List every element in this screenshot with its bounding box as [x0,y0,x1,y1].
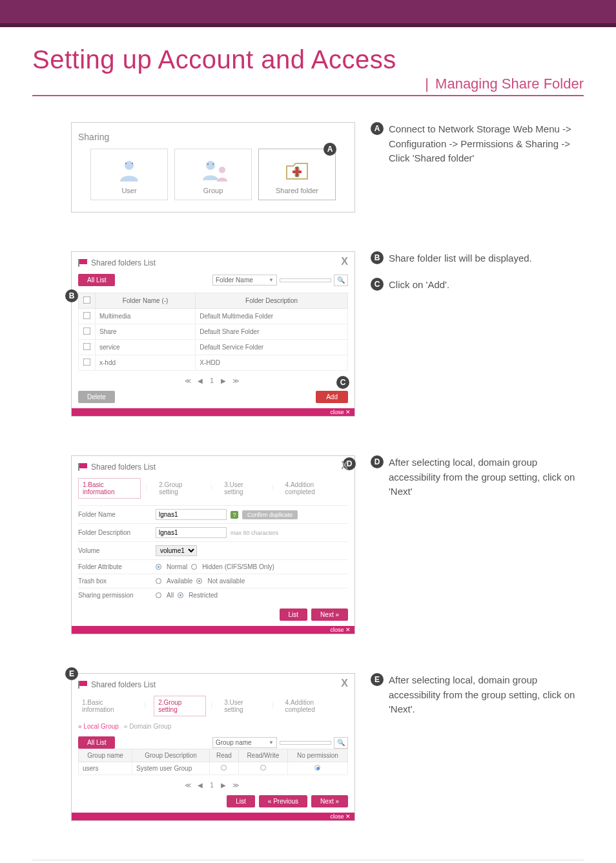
svg-rect-12 [78,463,87,468]
pager[interactable]: ≪ ◀ 1 ▶ ≫ [78,782,348,789]
attr-normal-radio[interactable] [156,564,161,570]
search-button[interactable]: 🔍 [334,737,348,749]
chevron-down-icon: ▼ [269,277,274,283]
svg-rect-8 [293,171,302,173]
search-field-select[interactable]: Folder Name▼ [212,275,277,286]
callout-badge-e: E [65,667,78,680]
wizard-steps: 1.Basic information〉 2.Group setting〉 3.… [78,696,348,716]
local-group-tab[interactable]: » Local Group [78,723,119,730]
callout-a-icon: A [371,122,384,135]
pager[interactable]: ≪ ◀ 1 ▶ ≫ [78,377,348,384]
add-button[interactable]: Add [316,391,348,403]
callout-d-icon: D [371,455,384,468]
svg-point-2 [132,163,133,164]
step-1[interactable]: 1.Basic information [78,478,141,499]
svg-point-3 [206,161,215,170]
svg-rect-11 [78,259,79,267]
list-button[interactable]: List [227,795,255,807]
search-field-select[interactable]: Group name▼ [212,737,277,748]
callout-badge-c: C [336,376,349,389]
close-icon[interactable]: X [341,256,348,267]
next-button[interactable]: Next » [311,795,348,807]
svg-point-1 [125,163,127,164]
row-checkbox[interactable] [83,343,91,351]
folder-list-panel: B X Shared folders List All List Folder … [71,251,355,417]
callout-b-icon: B [371,251,384,264]
tile-shared-folder[interactable]: Shared folder A [258,149,336,200]
select-all-checkbox[interactable] [83,296,91,304]
step-3[interactable]: 3.User setting [220,479,267,498]
sharing-title: Sharing [78,132,348,142]
perm-restricted-radio[interactable] [178,592,183,598]
table-row: usersSystem user Group [79,762,348,775]
row-checkbox[interactable] [83,359,91,366]
chevron-down-icon: ▼ [269,740,274,745]
group-icon [200,157,231,183]
table-row: x-hddX-HDD [79,355,348,371]
flag-icon [78,463,87,471]
step-3[interactable]: 3.User setting [220,696,267,716]
close-icon[interactable]: X [341,460,348,472]
tile-user[interactable]: User [90,149,168,200]
step-1[interactable]: 1.Basic information [78,696,139,716]
perm-read-radio[interactable] [221,765,227,771]
page-subtitle: |Managing Share Folder [32,76,584,96]
close-bar[interactable]: close ✕ [72,626,354,634]
header-bar [0,0,616,27]
list-button[interactable]: List [280,608,308,621]
step-2[interactable]: 2.Group setting [154,696,206,716]
table-row: ShareDefault Share Folder [79,324,348,340]
svg-point-4 [219,167,225,173]
close-bar[interactable]: close ✕ [72,408,354,416]
callout-c-text: Click on 'Add'. [389,278,584,293]
next-button[interactable]: Next » [311,608,348,621]
folder-table: Folder Name (-)Folder Description Multim… [78,293,348,371]
flag-icon [78,681,87,689]
callout-d-text: After selecting local, domain group acce… [389,455,584,499]
svg-point-0 [125,161,134,170]
wizard-basic-panel: D X Shared folders List 1.Basic informat… [71,455,355,634]
shared-folder-icon [284,157,310,183]
step-4[interactable]: 4.Addition completed [282,696,348,716]
tab-all-list[interactable]: All List [78,736,115,749]
callout-b-text: Share folder list will be displayed. [389,251,584,266]
tab-all-list[interactable]: All List [78,274,115,286]
attr-hidden-radio[interactable] [191,564,197,570]
delete-button[interactable]: Delete [78,391,115,403]
perm-rw-radio[interactable] [260,765,266,771]
search-input[interactable] [280,278,331,282]
tile-group[interactable]: Group [174,149,252,200]
step-2[interactable]: 2.Group setting [155,479,206,498]
page-title: Setting up Account and Access [32,45,584,74]
sharing-panel: Sharing User [71,122,355,213]
domain-group-tab[interactable]: » Domain Group [124,723,171,730]
help-icon[interactable]: ? [231,511,238,519]
close-icon[interactable]: X [341,678,348,689]
row-checkbox[interactable] [83,328,91,335]
svg-rect-14 [78,681,87,686]
wizard-group-panel: E X Shared folders List 1.Basic informat… [71,673,355,821]
folder-desc-input[interactable] [156,527,227,538]
close-bar[interactable]: close ✕ [72,813,354,820]
wizard-steps: 1.Basic information〉 2.Group setting〉 3.… [78,478,348,499]
user-icon [116,157,142,183]
folder-name-input[interactable] [156,509,227,520]
step-4[interactable]: 4.Addition completed [282,479,348,498]
search-input[interactable] [280,741,331,745]
svg-rect-15 [78,681,79,689]
row-checkbox[interactable] [83,312,91,320]
page-number: 66 [32,860,584,863]
volume-select[interactable]: volume1 [156,545,197,556]
trash-available-radio[interactable] [156,578,161,584]
search-button[interactable]: 🔍 [334,275,348,286]
previous-button[interactable]: « Previous [259,795,307,807]
callout-e-icon: E [371,673,384,686]
svg-rect-13 [78,463,79,471]
perm-all-radio[interactable] [156,592,161,598]
confirm-duplicate-button[interactable]: Confirm duplicate [242,510,298,519]
flag-icon [78,259,87,267]
svg-point-5 [207,163,209,165]
perm-none-radio[interactable] [314,765,320,771]
trash-notavailable-radio[interactable] [196,578,202,584]
callout-e-text: After selecting local, domain group acce… [389,673,584,717]
